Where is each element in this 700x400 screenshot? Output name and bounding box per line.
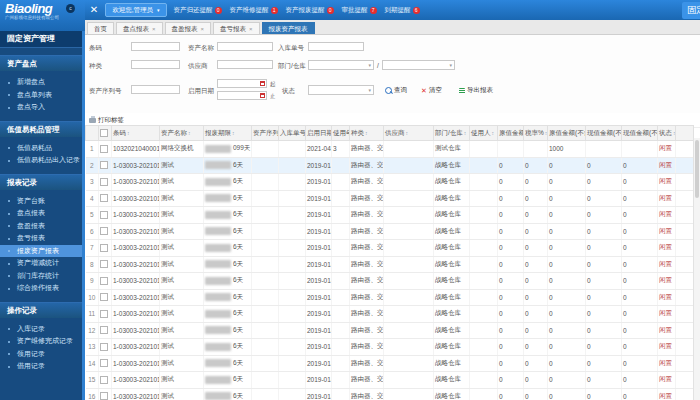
calendar-icon[interactable] bbox=[260, 81, 265, 86]
serial-input[interactable] bbox=[131, 85, 180, 94]
table-row[interactable]: 151-03003-20210128-测试6天2019-01-01路由器、交换战… bbox=[86, 372, 694, 389]
date-from-input[interactable] bbox=[217, 79, 267, 88]
search-button[interactable]: 查询 bbox=[385, 86, 407, 95]
row-checkbox[interactable] bbox=[100, 145, 108, 153]
row-checkbox[interactable] bbox=[100, 178, 108, 186]
column-header[interactable]: 税率%↕ bbox=[524, 126, 548, 141]
tab-close-icon[interactable]: × bbox=[249, 26, 253, 32]
table-row[interactable]: 51-03003-20210128-测试6天2019-01-01路由器、交换战略… bbox=[86, 207, 694, 224]
column-header[interactable]: 资产名称↕ bbox=[160, 126, 204, 141]
clear-button[interactable]: ✕ 清空 bbox=[421, 86, 442, 95]
sidebar-item[interactable]: 部门库存统计 bbox=[0, 270, 85, 283]
sidebar-item[interactable]: 综合操作报表 bbox=[0, 282, 85, 295]
header-menu-item[interactable]: 资产归还提醒0 bbox=[174, 6, 222, 15]
column-header[interactable]: 启用日期↕ bbox=[306, 126, 332, 141]
sidebar-item[interactable]: 资产增减统计 bbox=[0, 257, 85, 270]
circle-badge-icon[interactable]: c bbox=[66, 4, 75, 13]
tab-close-icon[interactable]: × bbox=[152, 26, 156, 32]
sidebar-item[interactable]: 报废资产报表 bbox=[0, 245, 85, 258]
column-header[interactable]: 入库单号↕ bbox=[279, 126, 306, 141]
row-checkbox[interactable] bbox=[100, 161, 108, 169]
sidebar-item[interactable]: 资产维修完成记录 bbox=[0, 335, 85, 348]
sidebar-section-header[interactable]: 操作记录 bbox=[0, 302, 85, 318]
table-row[interactable]: 131-03003-20210128-测试6天2019-01-01路由器、交换战… bbox=[86, 339, 694, 356]
header-menu-item[interactable]: 到期提醒6 bbox=[385, 6, 420, 15]
export-report-button[interactable]: 导出报表 bbox=[459, 86, 493, 95]
sidebar-item[interactable]: 资产台账 bbox=[0, 195, 85, 208]
sidebar-section-header[interactable]: 报表记录 bbox=[0, 174, 85, 190]
column-header[interactable]: 现值金额(不含税↕ bbox=[586, 126, 622, 141]
tab-item[interactable]: 盘亏报表× bbox=[213, 22, 260, 34]
sidebar-item[interactable]: 借用记录 bbox=[0, 360, 85, 373]
column-header[interactable]: 使用年限↕ bbox=[332, 126, 350, 141]
column-header[interactable]: 报废期限↕ bbox=[204, 126, 252, 141]
sidebar-item[interactable]: 低值易耗品出入记录 bbox=[0, 154, 85, 167]
sidebar-section-header[interactable]: 低值易耗品管理 bbox=[0, 121, 85, 137]
sidebar-item[interactable]: 低值易耗品 bbox=[0, 142, 85, 155]
tab-item[interactable]: 盘点报表× bbox=[116, 22, 163, 34]
table-row[interactable]: 101-03003-20210128-测试6天2019-01-01路由器、交换战… bbox=[86, 289, 694, 306]
row-checkbox[interactable] bbox=[100, 310, 108, 318]
barcode-input[interactable] bbox=[131, 42, 180, 51]
sidebar-section-header[interactable]: 资产盘点 bbox=[0, 55, 85, 71]
table-row[interactable]: 81-03003-20210128-测试6天2019-01-01路由器、交换战略… bbox=[86, 256, 694, 273]
row-checkbox[interactable] bbox=[100, 227, 108, 235]
column-header[interactable]: 种类↕ bbox=[350, 126, 384, 141]
row-checkbox[interactable] bbox=[100, 293, 108, 301]
select-all-checkbox[interactable] bbox=[100, 129, 108, 137]
row-checkbox[interactable] bbox=[100, 359, 108, 367]
tab-active[interactable]: 报废资产报表 bbox=[262, 22, 315, 34]
status-select[interactable]: ▾ bbox=[308, 85, 374, 95]
row-checkbox[interactable] bbox=[100, 260, 108, 268]
row-checkbox[interactable] bbox=[100, 211, 108, 219]
sidebar-item[interactable]: 新增盘点 bbox=[0, 76, 85, 89]
row-checkbox[interactable] bbox=[100, 326, 108, 334]
sidebar-item[interactable]: 入库记录 bbox=[0, 323, 85, 336]
table-scrollbar-thumb[interactable] bbox=[695, 140, 699, 198]
table-row[interactable]: 71-03003-20210128-测试6天2019-01-01路由器、交换战略… bbox=[86, 240, 694, 257]
table-row[interactable]: 111-03003-20210128-测试6天2019-01-01路由器、交换战… bbox=[86, 306, 694, 323]
column-header[interactable]: 原值金额(含↕ bbox=[498, 126, 524, 141]
welcome-user-dropdown[interactable]: 欢迎您,管理员 ▾ bbox=[105, 3, 166, 17]
column-header[interactable]: 供应商↕ bbox=[384, 126, 434, 141]
sidebar-item[interactable]: 盘点单列表 bbox=[0, 89, 85, 102]
sidebar-item[interactable]: 领用记录 bbox=[0, 348, 85, 361]
supplier-input[interactable] bbox=[217, 60, 273, 69]
row-checkbox[interactable] bbox=[100, 194, 108, 202]
sidebar-item[interactable]: 盘盈报表 bbox=[0, 220, 85, 233]
row-checkbox[interactable] bbox=[100, 376, 108, 384]
header-menu-item[interactable]: 资产报废提醒0 bbox=[286, 6, 334, 15]
row-checkbox[interactable] bbox=[100, 392, 108, 400]
table-row[interactable]: 61-03003-20210128-测试6天2019-01-01路由器、交换战略… bbox=[86, 223, 694, 240]
sidebar-item[interactable]: 盘亏报表 bbox=[0, 232, 85, 245]
print-label-button[interactable]: 打印标签 bbox=[89, 116, 124, 125]
calendar-icon[interactable] bbox=[260, 93, 265, 98]
table-row[interactable]: 110320210400013网络交换机099天2021-04-013路由器、交… bbox=[86, 141, 694, 158]
column-header[interactable]: 现值金额(不含税↕ bbox=[622, 126, 658, 141]
warehouse-select[interactable]: ▾ bbox=[382, 60, 455, 70]
date-to-input[interactable] bbox=[217, 91, 267, 100]
column-header[interactable]: 原值金额(不含税↕ bbox=[548, 126, 586, 141]
column-header[interactable]: 部门/仓库↕ bbox=[434, 126, 470, 141]
tab-item[interactable]: 盘盈报表× bbox=[165, 22, 212, 34]
row-checkbox[interactable] bbox=[100, 244, 108, 252]
row-checkbox[interactable] bbox=[100, 343, 108, 351]
column-header[interactable]: 资产序列号↕ bbox=[252, 126, 279, 141]
asset-name-input[interactable] bbox=[217, 42, 273, 51]
table-row[interactable]: 31-03003-20210128-测试6天2019-01-01路由器、交换战略… bbox=[86, 174, 694, 191]
dept-select[interactable]: ▾ bbox=[308, 60, 374, 70]
table-row[interactable]: 41-03003-20210128-测试6天2019-01-01路由器、交换战略… bbox=[86, 190, 694, 207]
tab-item[interactable]: 首页 bbox=[87, 22, 114, 34]
header-menu-item[interactable]: 审批提醒7 bbox=[342, 6, 377, 15]
sidebar-item[interactable]: 盘点导入 bbox=[0, 101, 85, 114]
order-no-input[interactable] bbox=[308, 42, 364, 51]
table-row[interactable]: 91-03003-20210128-测试6天2019-01-01路由器、交换战略… bbox=[86, 273, 694, 290]
table-row[interactable]: 121-03003-20210128-测试6天2019-01-01路由器、交换战… bbox=[86, 322, 694, 339]
close-window-icon[interactable]: ✕ bbox=[90, 5, 98, 15]
sidebar-item[interactable]: 盘点报表 bbox=[0, 207, 85, 220]
column-header[interactable]: 状态↕ bbox=[658, 126, 676, 141]
column-header[interactable]: 条码↕ bbox=[112, 126, 160, 141]
tab-close-icon[interactable]: × bbox=[201, 26, 205, 32]
table-row[interactable]: 141-03003-20210128-测试6天2019-01-01路由器、交换战… bbox=[86, 355, 694, 372]
kind-input[interactable] bbox=[131, 60, 180, 69]
